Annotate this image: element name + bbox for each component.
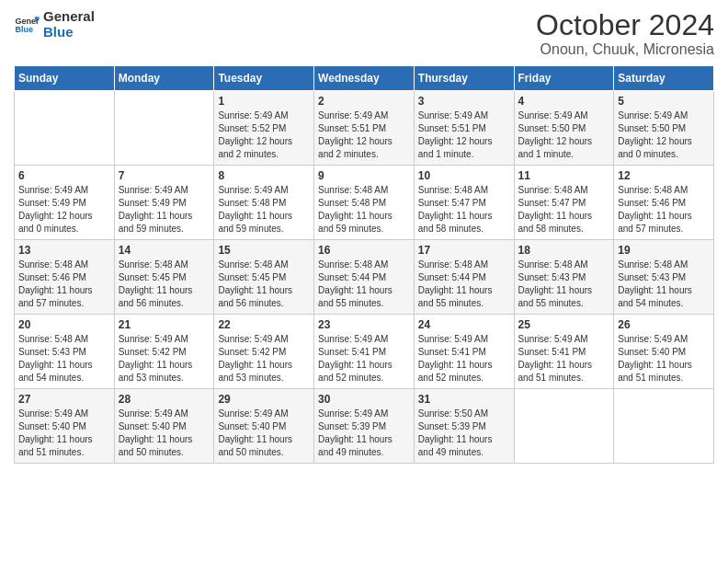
calendar-cell: 13Sunrise: 5:48 AM Sunset: 5:46 PM Dayli… — [15, 240, 115, 315]
day-number: 11 — [518, 169, 610, 182]
calendar-subtitle: Onoun, Chuuk, Micronesia — [536, 41, 714, 58]
calendar-cell: 30Sunrise: 5:49 AM Sunset: 5:39 PM Dayli… — [314, 389, 415, 464]
day-info: Sunrise: 5:49 AM Sunset: 5:40 PM Dayligh… — [218, 408, 310, 459]
day-info: Sunrise: 5:48 AM Sunset: 5:44 PM Dayligh… — [418, 259, 510, 310]
calendar-cell: 11Sunrise: 5:48 AM Sunset: 5:47 PM Dayli… — [514, 166, 614, 240]
day-number: 3 — [418, 95, 510, 108]
col-saturday: Saturday — [614, 66, 714, 91]
day-number: 31 — [418, 393, 510, 406]
day-number: 21 — [119, 318, 210, 331]
day-info: Sunrise: 5:49 AM Sunset: 5:40 PM Dayligh… — [18, 408, 110, 459]
day-info: Sunrise: 5:49 AM Sunset: 5:42 PM Dayligh… — [218, 333, 310, 385]
calendar-cell: 7Sunrise: 5:49 AM Sunset: 5:49 PM Daylig… — [114, 166, 214, 240]
day-number: 19 — [618, 244, 710, 257]
calendar-cell: 23Sunrise: 5:49 AM Sunset: 5:41 PM Dayli… — [314, 315, 415, 389]
calendar-cell — [514, 389, 614, 464]
day-info: Sunrise: 5:49 AM Sunset: 5:50 PM Dayligh… — [518, 109, 610, 161]
calendar-cell: 21Sunrise: 5:49 AM Sunset: 5:42 PM Dayli… — [114, 315, 214, 389]
day-number: 25 — [518, 318, 610, 331]
day-info: Sunrise: 5:49 AM Sunset: 5:49 PM Dayligh… — [119, 184, 210, 236]
calendar-cell: 22Sunrise: 5:49 AM Sunset: 5:42 PM Dayli… — [214, 315, 314, 389]
day-info: Sunrise: 5:48 AM Sunset: 5:48 PM Dayligh… — [318, 184, 410, 236]
day-number: 20 — [18, 318, 110, 331]
calendar-cell: 31Sunrise: 5:50 AM Sunset: 5:39 PM Dayli… — [414, 389, 514, 464]
day-number: 24 — [418, 318, 510, 331]
title-block: October 2024 Onoun, Chuuk, Micronesia — [536, 9, 714, 58]
day-number: 13 — [18, 244, 110, 257]
day-info: Sunrise: 5:49 AM Sunset: 5:49 PM Dayligh… — [18, 184, 110, 236]
calendar-title: October 2024 — [536, 9, 714, 41]
day-number: 14 — [119, 244, 210, 257]
day-number: 10 — [418, 169, 510, 182]
calendar-cell: 16Sunrise: 5:48 AM Sunset: 5:44 PM Dayli… — [314, 240, 415, 315]
calendar-cell: 19Sunrise: 5:48 AM Sunset: 5:43 PM Dayli… — [614, 240, 714, 315]
day-info: Sunrise: 5:48 AM Sunset: 5:45 PM Dayligh… — [218, 259, 310, 310]
day-number: 27 — [18, 393, 110, 406]
calendar-cell: 25Sunrise: 5:49 AM Sunset: 5:41 PM Dayli… — [514, 315, 614, 389]
calendar-cell: 26Sunrise: 5:49 AM Sunset: 5:40 PM Dayli… — [614, 315, 714, 389]
calendar-cell: 12Sunrise: 5:48 AM Sunset: 5:46 PM Dayli… — [614, 166, 714, 240]
day-info: Sunrise: 5:48 AM Sunset: 5:46 PM Dayligh… — [618, 184, 710, 236]
day-number: 18 — [518, 244, 610, 257]
col-friday: Friday — [514, 66, 614, 91]
calendar-cell: 9Sunrise: 5:48 AM Sunset: 5:48 PM Daylig… — [314, 166, 415, 240]
day-number: 30 — [318, 393, 410, 406]
day-number: 23 — [318, 318, 410, 331]
day-info: Sunrise: 5:48 AM Sunset: 5:46 PM Dayligh… — [18, 259, 110, 310]
logo-icon: General Blue — [14, 12, 40, 38]
calendar-cell: 4Sunrise: 5:49 AM Sunset: 5:50 PM Daylig… — [514, 91, 614, 166]
day-number: 17 — [418, 244, 510, 257]
day-number: 9 — [318, 169, 410, 182]
day-info: Sunrise: 5:50 AM Sunset: 5:39 PM Dayligh… — [418, 408, 510, 459]
day-info: Sunrise: 5:48 AM Sunset: 5:44 PM Dayligh… — [318, 259, 410, 310]
calendar-week-2: 6Sunrise: 5:49 AM Sunset: 5:49 PM Daylig… — [15, 166, 714, 240]
day-number: 4 — [518, 95, 610, 108]
calendar-cell: 24Sunrise: 5:49 AM Sunset: 5:41 PM Dayli… — [414, 315, 514, 389]
day-number: 5 — [618, 95, 710, 108]
day-info: Sunrise: 5:49 AM Sunset: 5:51 PM Dayligh… — [418, 109, 510, 161]
day-number: 2 — [318, 95, 410, 108]
day-info: Sunrise: 5:48 AM Sunset: 5:43 PM Dayligh… — [518, 259, 610, 310]
calendar-week-1: 1Sunrise: 5:49 AM Sunset: 5:52 PM Daylig… — [15, 91, 714, 166]
day-number: 7 — [119, 169, 210, 182]
day-info: Sunrise: 5:48 AM Sunset: 5:43 PM Dayligh… — [618, 259, 710, 310]
calendar-cell — [114, 91, 214, 166]
day-info: Sunrise: 5:49 AM Sunset: 5:40 PM Dayligh… — [119, 408, 210, 459]
svg-text:Blue: Blue — [15, 25, 33, 34]
header-row: Sunday Monday Tuesday Wednesday Thursday… — [15, 66, 714, 91]
calendar-cell: 20Sunrise: 5:48 AM Sunset: 5:43 PM Dayli… — [15, 315, 115, 389]
day-info: Sunrise: 5:49 AM Sunset: 5:41 PM Dayligh… — [518, 333, 610, 385]
calendar-body: 1Sunrise: 5:49 AM Sunset: 5:52 PM Daylig… — [15, 91, 714, 464]
col-wednesday: Wednesday — [314, 66, 415, 91]
day-number: 6 — [18, 169, 110, 182]
day-info: Sunrise: 5:49 AM Sunset: 5:41 PM Dayligh… — [418, 333, 510, 385]
calendar-cell — [15, 91, 115, 166]
day-number: 16 — [318, 244, 410, 257]
day-info: Sunrise: 5:49 AM Sunset: 5:48 PM Dayligh… — [218, 184, 310, 236]
calendar-cell: 6Sunrise: 5:49 AM Sunset: 5:49 PM Daylig… — [15, 166, 115, 240]
calendar-cell: 10Sunrise: 5:48 AM Sunset: 5:47 PM Dayli… — [414, 166, 514, 240]
calendar-cell: 3Sunrise: 5:49 AM Sunset: 5:51 PM Daylig… — [414, 91, 514, 166]
calendar-cell: 18Sunrise: 5:48 AM Sunset: 5:43 PM Dayli… — [514, 240, 614, 315]
calendar-cell: 29Sunrise: 5:49 AM Sunset: 5:40 PM Dayli… — [214, 389, 314, 464]
calendar-table: Sunday Monday Tuesday Wednesday Thursday… — [14, 65, 714, 464]
col-sunday: Sunday — [15, 66, 115, 91]
col-tuesday: Tuesday — [214, 66, 314, 91]
page: General Blue General Blue October 2024 O… — [0, 0, 728, 473]
calendar-cell: 27Sunrise: 5:49 AM Sunset: 5:40 PM Dayli… — [15, 389, 115, 464]
day-info: Sunrise: 5:49 AM Sunset: 5:52 PM Dayligh… — [218, 109, 310, 161]
calendar-cell: 28Sunrise: 5:49 AM Sunset: 5:40 PM Dayli… — [114, 389, 214, 464]
day-number: 8 — [218, 169, 310, 182]
calendar-cell: 17Sunrise: 5:48 AM Sunset: 5:44 PM Dayli… — [414, 240, 514, 315]
day-number: 28 — [119, 393, 210, 406]
day-info: Sunrise: 5:49 AM Sunset: 5:42 PM Dayligh… — [119, 333, 210, 385]
calendar-cell: 15Sunrise: 5:48 AM Sunset: 5:45 PM Dayli… — [214, 240, 314, 315]
day-number: 12 — [618, 169, 710, 182]
day-info: Sunrise: 5:49 AM Sunset: 5:41 PM Dayligh… — [318, 333, 410, 385]
calendar-cell: 1Sunrise: 5:49 AM Sunset: 5:52 PM Daylig… — [214, 91, 314, 166]
day-number: 22 — [218, 318, 310, 331]
calendar-week-5: 27Sunrise: 5:49 AM Sunset: 5:40 PM Dayli… — [15, 389, 714, 464]
day-number: 29 — [218, 393, 310, 406]
day-info: Sunrise: 5:49 AM Sunset: 5:51 PM Dayligh… — [318, 109, 410, 161]
day-info: Sunrise: 5:48 AM Sunset: 5:45 PM Dayligh… — [119, 259, 210, 310]
